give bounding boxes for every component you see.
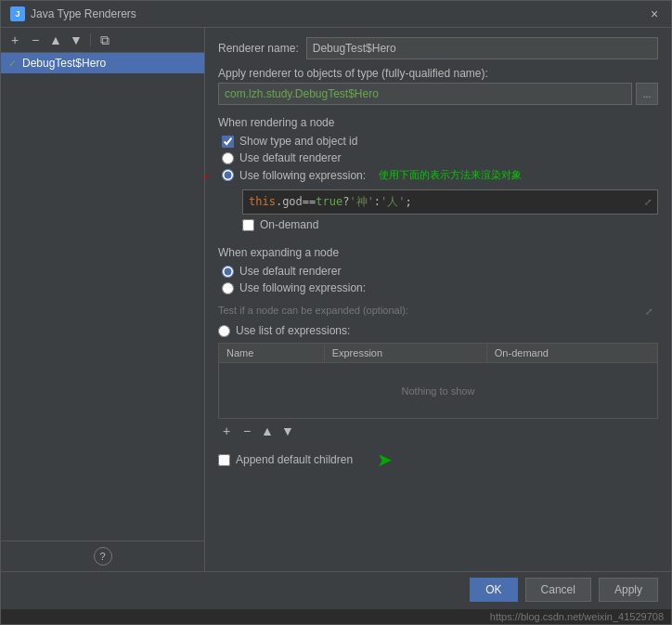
left-panel: + − ▲ ▼ ⧉ ✓ DebugTest$Hero ? (1, 28, 205, 571)
str2: '人' (381, 195, 405, 208)
renderer-name-input[interactable] (306, 37, 658, 59)
renderer-name-row: Renderer name: (218, 37, 658, 59)
expression-box: this.god==true?'神':'人'; ⤢ (242, 189, 658, 215)
col-expression-header: Expression (324, 344, 486, 363)
col-name-header: Name (219, 344, 325, 363)
title-bar: J Java Type Renderers × (1, 1, 671, 28)
expressions-table: Name Expression On-demand Nothing to sho… (218, 343, 658, 419)
apply-to-row: Apply renderer to objects of type (fully… (218, 67, 658, 105)
right-panel: Renderer name: Apply renderer to objects… (205, 28, 671, 571)
remove-expression-button[interactable]: − (239, 423, 255, 439)
move-expression-up-button[interactable]: ▲ (259, 423, 276, 439)
move-expression-down-button[interactable]: ▼ (279, 423, 296, 439)
str1: '神' (349, 195, 373, 208)
on-demand-checkbox[interactable] (242, 219, 254, 231)
title-bar-left: J Java Type Renderers (10, 7, 136, 21)
table-empty-row: Nothing to show (219, 363, 658, 419)
append-checkbox[interactable] (218, 454, 230, 466)
table-toolbar: + − ▲ ▼ (218, 419, 658, 443)
on-demand-row: On-demand (242, 218, 658, 231)
help-button[interactable]: ? (94, 547, 112, 566)
empty-text: Nothing to show (219, 363, 658, 419)
this-keyword: this (249, 195, 276, 208)
when-expanding-label: When expanding a node (218, 246, 658, 259)
use-expression-row: ➤ Use following expression: 使用下面的表示方法来渲染… (218, 168, 658, 182)
browse-button[interactable]: ... (636, 83, 658, 105)
remove-renderer-button[interactable]: − (27, 32, 44, 48)
show-type-checkbox[interactable] (222, 136, 234, 148)
renderer-list: ✓ DebugTest$Hero (1, 53, 204, 540)
expand-expression-radio[interactable] (222, 282, 234, 294)
java-type-renderers-dialog: J Java Type Renderers × + − ▲ ▼ ⧉ ✓ Debu… (0, 0, 672, 625)
show-type-label: Show type and object id (239, 135, 357, 148)
move-up-button[interactable]: ▲ (47, 32, 64, 48)
use-default-radio[interactable] (222, 152, 234, 164)
main-content: + − ▲ ▼ ⧉ ✓ DebugTest$Hero ? Renderer na (1, 28, 671, 571)
move-down-button[interactable]: ▼ (68, 32, 84, 48)
append-row: Append default children ➤ (218, 443, 658, 476)
add-expression-button[interactable]: + (218, 423, 235, 439)
use-default-label: Use default renderer (239, 151, 341, 164)
annotation-text: 使用下面的表示方法来渲染对象 (379, 168, 522, 182)
use-expression-radio[interactable] (222, 169, 234, 181)
expand-expression-row: Use following expression: (218, 281, 658, 294)
green-arrow-icon: ➤ (377, 449, 393, 471)
list-item[interactable]: ✓ DebugTest$Hero (1, 53, 204, 73)
expression-display: this.god==true?'神':'人'; (243, 190, 640, 214)
url-bar: https://blog.csdn.net/weixin_41529708 (1, 609, 671, 624)
toolbar-divider (90, 33, 91, 46)
use-default-row: Use default renderer (218, 151, 658, 164)
copy-button[interactable]: ⧉ (97, 32, 113, 48)
colon-op: : (374, 195, 381, 208)
check-icon: ✓ (8, 58, 17, 70)
true-keyword: true (316, 195, 342, 208)
left-bottom: ? (1, 540, 204, 571)
test-optional-row: Test if a node can be expanded (optional… (218, 304, 658, 317)
semicolon: ; (406, 195, 412, 208)
java-icon: J (10, 7, 25, 21)
renderer-name-label: Renderer name: (218, 42, 299, 55)
apply-button[interactable]: Apply (599, 578, 658, 602)
left-toolbar: + − ▲ ▼ ⧉ (1, 28, 204, 53)
expand-default-row: Use default renderer (218, 265, 658, 278)
apply-to-value: com.lzh.study.DebugTest$Hero (225, 87, 379, 100)
expand-default-label: Use default renderer (239, 265, 341, 278)
expand-expression-label: Use following expression: (239, 281, 366, 294)
url-text: https://blog.csdn.net/weixin_41529708 (490, 611, 664, 622)
arrow-indicator: ➤ (205, 166, 210, 184)
when-rendering-label: When rendering a node (218, 116, 658, 129)
append-label: Append default children (236, 453, 353, 466)
add-renderer-button[interactable]: + (6, 32, 23, 48)
test-optional-label: Test if a node can be expanded (optional… (218, 305, 408, 316)
dot-op: .god== (276, 195, 316, 208)
use-list-label: Use list of expressions: (236, 324, 350, 337)
expand-default-radio[interactable] (222, 266, 234, 278)
expand-test-button[interactable]: ⤢ (641, 304, 656, 319)
table-section: Use list of expressions: Name Expression… (218, 324, 658, 443)
apply-to-label: Apply renderer to objects of type (fully… (218, 67, 658, 80)
on-demand-label: On-demand (260, 218, 318, 231)
use-list-radio[interactable] (218, 325, 230, 337)
show-type-row: Show type and object id (218, 135, 658, 148)
expand-expression-button[interactable]: ⤢ (640, 195, 655, 210)
apply-to-wrapper: com.lzh.study.DebugTest$Hero ... (218, 83, 658, 105)
use-expression-label: Use following expression: (239, 169, 366, 182)
dialog-title: Java Type Renderers (31, 7, 136, 20)
close-button[interactable]: × (647, 7, 662, 21)
ok-button[interactable]: OK (470, 578, 517, 602)
dialog-buttons: OK Cancel Apply (1, 571, 671, 609)
cancel-button[interactable]: Cancel (525, 578, 591, 602)
col-ondemand-header: On-demand (486, 344, 657, 363)
use-list-row: Use list of expressions: (218, 324, 658, 337)
list-item-label: DebugTest$Hero (22, 57, 106, 70)
